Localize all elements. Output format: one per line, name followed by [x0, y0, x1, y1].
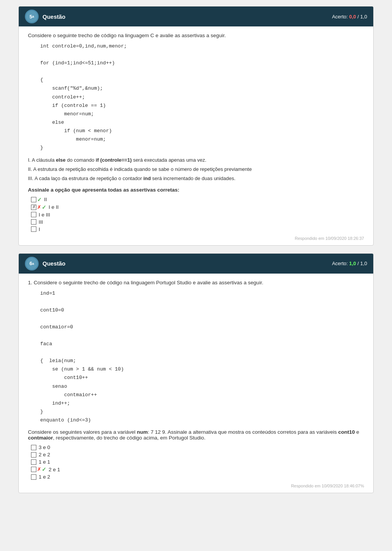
option-checkbox[interactable] [31, 212, 36, 217]
question-body: Considere o seguinte trecho de código na… [19, 26, 373, 245]
option-label: 2 e 2 [39, 452, 50, 458]
question-card-1: 5aQuestãoAcerto: 0,0 / 1,0Considere o se… [18, 6, 374, 246]
code-line: menor=num; [40, 110, 364, 118]
code-line: controle++; [40, 93, 364, 102]
option-checkbox[interactable] [31, 459, 36, 465]
options-list: ✓II✗✗✓I e III e IIIIIII [31, 197, 364, 232]
question-title: Questão [42, 13, 65, 20]
option-label: III [39, 219, 43, 225]
response-timestamp: Respondido em 10/09/2020 18:26:37 [28, 236, 364, 241]
option-checkbox[interactable] [31, 197, 36, 202]
code-line [40, 315, 364, 323]
option-checkbox[interactable] [31, 445, 36, 450]
code-line: scanf("%d",&num); [40, 84, 364, 93]
code-block: ind=1 cont10=0 contmaior=0 faca { leia(n… [40, 289, 364, 425]
wrong-x-icon: ✗ [37, 205, 41, 210]
assertion-item: II. A estrutura de repetição escolhida é… [28, 165, 364, 174]
code-block: int controle=0,ind,num,menor; for (ind=1… [40, 42, 364, 152]
code-line: ind++; [40, 399, 364, 408]
code-line: senao [40, 382, 364, 391]
option-checkbox[interactable]: ✗ [31, 205, 36, 210]
code-line: } [40, 408, 364, 416]
code-line: cont10++ [40, 374, 364, 382]
code-line: { leia(num; [40, 357, 364, 365]
wrong-x-icon: ✗ [37, 467, 41, 472]
question-header: 5aQuestãoAcerto: 0,0 / 1,0 [19, 7, 373, 26]
option-label: I e II [49, 204, 59, 210]
correct-check-icon: ✓ [42, 204, 46, 210]
option-label: 2 e 1 [49, 467, 60, 472]
question-card-2: 6aQuestãoAcerto: 1,0 / 1,01. Considere o… [18, 253, 374, 494]
option-item[interactable]: I e III [31, 212, 364, 218]
option-checkbox[interactable] [31, 474, 36, 480]
question-body: 1. Considere o seguinte trecho de código… [19, 274, 373, 493]
option-item[interactable]: ✗✗✓I e II [31, 204, 364, 210]
option-label: I e III [39, 212, 50, 218]
code-line: se (num > 1 && num < 10) [40, 365, 364, 374]
code-line [40, 298, 364, 306]
correct-check-icon: ✓ [42, 466, 46, 472]
code-line: else [40, 118, 364, 127]
option-item[interactable]: 1 e 1 [31, 459, 364, 465]
question-intro: 1. Considere o seguinte trecho de código… [28, 280, 364, 285]
question-header: 6aQuestãoAcerto: 1,0 / 1,0 [19, 254, 373, 274]
code-line [40, 331, 364, 340]
correct-check-icon: ✓ [37, 197, 42, 203]
assertion-item: I. A cláusula else do comando if (contro… [28, 156, 364, 164]
question-number-badge: 6a [25, 257, 39, 271]
code-line: contmaior++ [40, 391, 364, 399]
option-label: 3 e 0 [39, 444, 50, 450]
code-line: } [40, 144, 364, 152]
assertion-item: III. A cada laço da estrutura de repetiç… [28, 174, 364, 183]
option-item[interactable]: I [31, 226, 364, 232]
option-item[interactable]: ✗✓2 e 1 [31, 466, 364, 472]
question-score: Acerto: 0,0 / 1,0 [332, 14, 367, 20]
option-checkbox[interactable] [31, 467, 36, 472]
option-checkbox[interactable] [31, 452, 36, 458]
answer-instruction: Assinale a opção que apresenta todas as … [28, 187, 364, 193]
option-item[interactable]: 2 e 2 [31, 452, 364, 458]
code-line: cont10=0 [40, 306, 364, 315]
code-line: int controle=0,ind,num,menor; [40, 42, 364, 51]
option-item[interactable]: ✓II [31, 197, 364, 203]
question-number-badge: 5a [25, 10, 39, 23]
extra-question-text: Considere os seguintes valores para a va… [28, 429, 364, 441]
option-label: II [44, 197, 47, 202]
assertions-list: I. A cláusula else do comando if (contro… [28, 156, 364, 183]
response-timestamp: Respondido em 10/09/2020 18:46:07% [28, 484, 364, 488]
code-line: ind=1 [40, 289, 364, 298]
question-intro: Considere o seguinte trecho de código na… [28, 33, 364, 38]
code-line: { [40, 76, 364, 84]
code-line: menor=num; [40, 135, 364, 144]
code-line [40, 67, 364, 76]
option-item[interactable]: 3 e 0 [31, 444, 364, 450]
code-line [40, 348, 364, 357]
question-score: Acerto: 1,0 / 1,0 [332, 261, 367, 266]
option-label: 1 e 2 [39, 474, 50, 480]
option-label: I [39, 226, 40, 232]
option-checkbox[interactable] [31, 219, 36, 225]
options-list: 3 e 02 e 21 e 1✗✓2 e 11 e 2 [31, 444, 364, 480]
code-line: if (controle == 1) [40, 102, 364, 110]
code-line: if (num < menor) [40, 127, 364, 135]
code-line: contmaior=0 [40, 323, 364, 331]
option-label: 1 e 1 [39, 459, 50, 465]
code-line: enquanto (ind<=3) [40, 416, 364, 425]
code-line: for (ind=1;ind<=51;ind++) [40, 59, 364, 67]
question-title: Questão [42, 260, 65, 267]
code-line: faca [40, 340, 364, 348]
code-line [40, 51, 364, 59]
page-container: 5aQuestãoAcerto: 0,0 / 1,0Considere o se… [12, 0, 380, 499]
option-checkbox[interactable] [31, 226, 36, 232]
option-item[interactable]: III [31, 219, 364, 225]
option-item[interactable]: 1 e 2 [31, 474, 364, 480]
